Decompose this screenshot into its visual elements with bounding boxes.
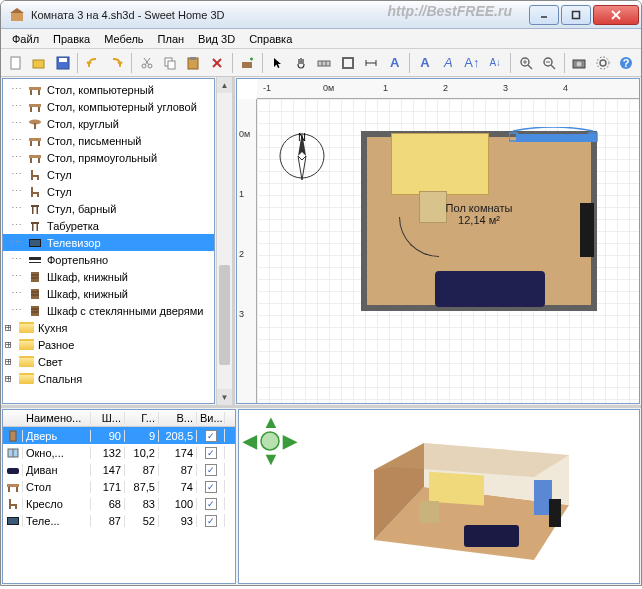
3d-room-render[interactable]: [334, 425, 584, 575]
tree-item[interactable]: ⋯Стол, прямоугольный: [3, 149, 214, 166]
stool-icon: [27, 219, 43, 233]
table-row[interactable]: Окно,...13210,2174✓: [3, 444, 235, 461]
svg-rect-46: [38, 90, 40, 95]
tree-folder[interactable]: ⊞Разное: [3, 336, 214, 353]
visible-checkbox[interactable]: ✓: [205, 515, 217, 527]
chair-icon: [6, 498, 19, 510]
close-button[interactable]: [593, 5, 639, 25]
room-tool[interactable]: [337, 52, 358, 74]
svg-marker-1: [10, 8, 24, 13]
visible-checkbox[interactable]: ✓: [205, 464, 217, 476]
chair-icon: [27, 168, 43, 182]
wall-tool[interactable]: [314, 52, 335, 74]
tree-item[interactable]: ⋯Стол, компьютерный угловой: [3, 98, 214, 115]
table-row[interactable]: Кресло6883100✓: [3, 495, 235, 512]
tree-folder[interactable]: ⊞Свет: [3, 353, 214, 370]
menu-help[interactable]: Справка: [242, 31, 299, 47]
pan-tool[interactable]: [290, 52, 311, 74]
add-furniture-button[interactable]: [237, 52, 258, 74]
furniture-desk[interactable]: [391, 133, 489, 195]
menu-furniture[interactable]: Мебель: [97, 31, 150, 47]
tree-folder[interactable]: ⊞Кухня: [3, 319, 214, 336]
nav-down[interactable]: ▼: [262, 449, 280, 470]
titlebar: Комната 3 на 4.sh3d - Sweet Home 3D: [1, 1, 641, 29]
tree-folder[interactable]: ⊞Спальня: [3, 370, 214, 387]
plan-grid[interactable]: N Пол комнаты 12,14 м²: [257, 99, 639, 403]
svg-rect-27: [343, 58, 353, 68]
bold-button[interactable]: A: [414, 52, 435, 74]
cut-button[interactable]: [136, 52, 157, 74]
tree-item[interactable]: ⋯Телевизор: [3, 234, 214, 251]
paste-button[interactable]: [183, 52, 204, 74]
table-row[interactable]: Дверь909208,5✓: [3, 427, 235, 444]
zoom-out-button[interactable]: [538, 52, 559, 74]
tree-item[interactable]: ⋯Стул: [3, 183, 214, 200]
svg-rect-53: [30, 141, 32, 146]
photo-button[interactable]: [569, 52, 590, 74]
tree-item[interactable]: ⋯Стул, барный: [3, 200, 214, 217]
menu-edit[interactable]: Правка: [46, 31, 97, 47]
selection-handles[interactable]: [509, 127, 599, 147]
visible-checkbox[interactable]: ✓: [205, 498, 217, 510]
tree-item[interactable]: ⋯Шкаф, книжный: [3, 268, 214, 285]
separator: [77, 53, 78, 73]
menu-file[interactable]: Файл: [5, 31, 46, 47]
scroll-down[interactable]: ▼: [217, 389, 232, 405]
italic-button[interactable]: A: [438, 52, 459, 74]
increase-font-button[interactable]: A↑: [461, 52, 482, 74]
table-row[interactable]: Стол17187,574✓: [3, 478, 235, 495]
select-tool[interactable]: [267, 52, 288, 74]
svg-rect-7: [33, 60, 44, 68]
tree-scrollbar[interactable]: ▲ ▼: [216, 77, 232, 405]
furniture-catalog-tree[interactable]: ⋯Стол, компьютерный⋯Стол, компьютерный у…: [2, 78, 215, 404]
save-button[interactable]: [52, 52, 73, 74]
tree-item[interactable]: ⋯Стол, компьютерный: [3, 81, 214, 98]
redo-button[interactable]: [106, 52, 127, 74]
furniture-tv[interactable]: [580, 203, 594, 257]
undo-button[interactable]: [82, 52, 103, 74]
tree-item[interactable]: ⋯Стул: [3, 166, 214, 183]
room-outline[interactable]: Пол комнаты 12,14 м²: [361, 131, 597, 311]
open-button[interactable]: [28, 52, 49, 74]
svg-rect-100: [8, 518, 18, 524]
svg-rect-60: [37, 176, 39, 180]
new-button[interactable]: [5, 52, 26, 74]
copy-button[interactable]: [159, 52, 180, 74]
furniture-sofa[interactable]: [435, 271, 545, 307]
compass-icon[interactable]: N: [275, 129, 329, 183]
maximize-button[interactable]: [561, 5, 591, 25]
table-header[interactable]: Наимено... Ш... Г... В... Ви...: [3, 410, 235, 427]
furniture-table[interactable]: Наимено... Ш... Г... В... Ви... Дверь909…: [2, 409, 236, 584]
menu-plan[interactable]: План: [151, 31, 192, 47]
door-arc[interactable]: [399, 217, 439, 257]
delete-button[interactable]: [206, 52, 227, 74]
table-row[interactable]: Диван1478787✓: [3, 461, 235, 478]
separator: [510, 53, 511, 73]
visible-checkbox[interactable]: ✓: [205, 447, 217, 459]
minimize-button[interactable]: [529, 5, 559, 25]
nav-right[interactable]: ▶: [283, 430, 297, 452]
3d-view[interactable]: ▲ ▼ ◀ ▶: [238, 409, 640, 584]
tree-item[interactable]: ⋯Табуретка: [3, 217, 214, 234]
tree-item[interactable]: ⋯Стол, письменный: [3, 132, 214, 149]
settings-button[interactable]: [592, 52, 613, 74]
nav-left[interactable]: ◀: [243, 430, 257, 452]
table-row[interactable]: Теле...875293✓: [3, 512, 235, 529]
visible-checkbox[interactable]: ✓: [205, 430, 217, 442]
tree-item[interactable]: ⋯Стол, круглый: [3, 115, 214, 132]
tree-item[interactable]: ⋯Шкаф с стеклянными дверями: [3, 302, 214, 319]
text-tool[interactable]: A: [384, 52, 405, 74]
visible-checkbox[interactable]: ✓: [205, 481, 217, 493]
help-button[interactable]: ?: [616, 52, 637, 74]
zoom-in-button[interactable]: [515, 52, 536, 74]
floor-plan[interactable]: -10м1234 0м123 N: [236, 78, 640, 404]
tree-item-label: Шкаф с стеклянными дверями: [47, 305, 204, 317]
table-icon: [27, 83, 43, 97]
tree-item[interactable]: ⋯Фортепьяно: [3, 251, 214, 268]
tree-item-label: Шкаф, книжный: [47, 288, 128, 300]
scroll-up[interactable]: ▲: [217, 77, 232, 93]
tree-item[interactable]: ⋯Шкаф, книжный: [3, 285, 214, 302]
decrease-font-button[interactable]: A↓: [485, 52, 506, 74]
dimension-tool[interactable]: [361, 52, 382, 74]
menu-3dview[interactable]: Вид 3D: [191, 31, 242, 47]
